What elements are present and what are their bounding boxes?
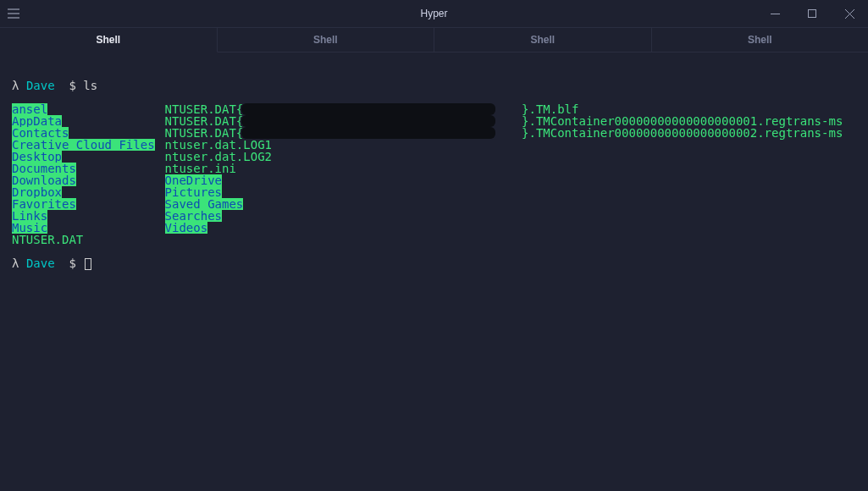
ls-output: ansel AppData Contacts Creative Cloud Fi… (12, 103, 856, 246)
prompt-lambda: λ (12, 257, 19, 270)
redaction-mark (241, 103, 495, 115)
tab-bar: Shell Shell Shell Shell (0, 27, 868, 52)
file-entry: ntuser.ini (165, 163, 236, 174)
prompt-line: λ Dave $ ls (12, 80, 856, 91)
prompt-user: Dave (26, 79, 55, 92)
prompt-lambda: λ (12, 79, 19, 92)
directory-entry: Videos (165, 222, 208, 234)
ls-column-2: NTUSER.DAT{xxxxxxxxxxxxxxxxxxxxxxxxxxxxx… (165, 103, 843, 234)
prompt-separator: $ (69, 257, 75, 270)
title-bar: Hyper (0, 0, 868, 27)
file-entry-redacted: NTUSER.DAT{xxxxxxxxxxxxxxxxxxxxxxxxxxxxx… (165, 103, 843, 115)
directory-entry: ansel (12, 103, 47, 115)
directory-entry: Favorites (12, 198, 76, 210)
redaction-mark (241, 115, 495, 127)
terminal-output[interactable]: λ Dave $ ls ansel AppData Contacts Creat… (0, 52, 868, 282)
prompt-line: λ Dave $ (12, 257, 856, 270)
tab-label: Shell (313, 34, 338, 46)
directory-entry: Desktop (12, 151, 62, 163)
tab-shell-1[interactable]: Shell (0, 27, 218, 52)
file-entry-redacted: NTUSER.DAT{xxxxxxxxxxxxxxxxxxxxxxxxxxxxx… (165, 127, 843, 139)
directory-entry: OneDrive (165, 174, 222, 186)
directory-entry: Searches (165, 210, 222, 222)
tab-shell-2[interactable]: Shell (218, 27, 435, 52)
prompt-user: Dave (26, 257, 55, 270)
window-controls (756, 0, 868, 27)
file-entry: ntuser.dat.LOG1 (165, 139, 272, 151)
directory-entry: Dropbox (12, 186, 62, 198)
directory-entry: Music (12, 222, 47, 234)
command-text: ls (83, 79, 97, 92)
ls-column-1: ansel AppData Contacts Creative Cloud Fi… (12, 103, 155, 246)
prompt-separator: $ (69, 79, 75, 92)
close-button[interactable] (831, 0, 868, 27)
file-entry: ntuser.dat.LOG2 (165, 151, 272, 163)
tab-label: Shell (96, 34, 120, 46)
directory-entry: Downloads (12, 174, 76, 186)
redaction-mark (241, 127, 495, 139)
directory-entry: Saved Games (165, 198, 244, 210)
directory-entry: Contacts (12, 127, 69, 139)
svg-rect-4 (809, 10, 816, 18)
directory-entry: Creative Cloud Files (12, 139, 155, 151)
minimize-button[interactable] (756, 0, 793, 27)
tab-shell-3[interactable]: Shell (434, 27, 652, 52)
cursor (85, 258, 91, 270)
window-title: Hyper (420, 8, 447, 19)
directory-entry: Pictures (165, 186, 222, 198)
directory-entry: AppData (12, 115, 62, 127)
file-entry-redacted: NTUSER.DAT{xxxxxxxxxxxxxxxxxxxxxxxxxxxxx… (165, 115, 843, 127)
directory-entry: Documents (12, 163, 76, 174)
tab-shell-4[interactable]: Shell (652, 27, 869, 52)
maximize-button[interactable] (793, 0, 831, 27)
hamburger-menu-icon[interactable] (0, 0, 27, 27)
directory-entry: Links (12, 210, 47, 222)
tab-label: Shell (530, 34, 555, 46)
tab-label: Shell (748, 34, 772, 46)
file-entry: NTUSER.DAT (12, 234, 83, 246)
